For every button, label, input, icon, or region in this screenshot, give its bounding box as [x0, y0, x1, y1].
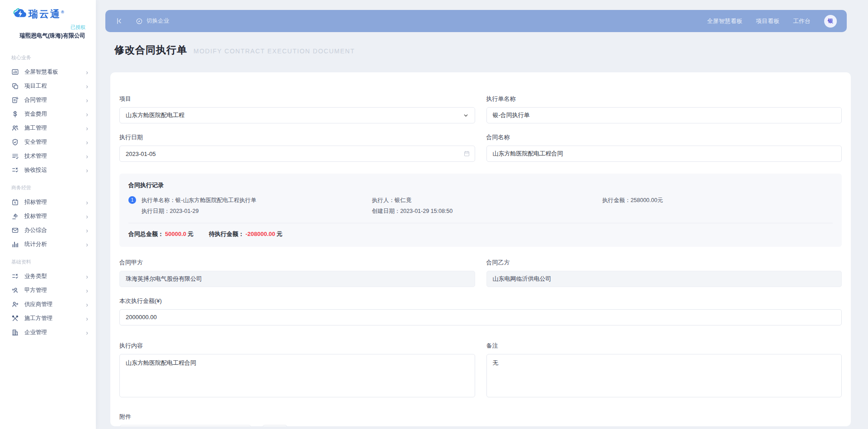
remark-label: 备注: [486, 342, 842, 350]
person-plus-icon: [11, 301, 19, 308]
exec-amount-label: 本次执行金额(¥): [119, 297, 842, 305]
sidebar-item-party-a[interactable]: 甲方管理›: [0, 283, 96, 297]
sidebar-item-contractors[interactable]: 施工方管理›: [0, 311, 96, 325]
money-icon: [11, 110, 19, 118]
sidebar-item-safety[interactable]: 安全管理›: [0, 135, 96, 149]
topbar: 切换企业 全屏智慧看板 项目看板 工作台 银: [105, 10, 847, 32]
sidebar-item-dashboard[interactable]: 全屏智慧看板›: [0, 65, 96, 79]
chevron-right-icon: ›: [86, 125, 88, 132]
sidebar-item-label: 统计分析: [24, 240, 86, 248]
topbar-link-dashboard[interactable]: 全屏智慧看板: [707, 17, 742, 25]
main-area: 切换企业 全屏智慧看板 项目看板 工作台 银 修改合同执行单 MODIFY CO…: [96, 0, 868, 429]
project-select[interactable]: 山东方舱医院配电工程: [119, 107, 475, 123]
topbar-link-project-board[interactable]: 项目看板: [756, 17, 779, 25]
topbar-link-workbench[interactable]: 工作台: [793, 17, 811, 25]
logo-area: 瑞云通® 已授权 瑞熙恩电气(珠海)有限公司: [0, 0, 96, 43]
building-icon: [11, 329, 19, 336]
exec-date-input[interactable]: [119, 146, 475, 162]
chevron-right-icon: ›: [86, 302, 88, 308]
project-label: 项目: [119, 95, 475, 103]
record-entry-col-name: 执行单名称：银-山东方舱医院配电工程执行单 执行日期：2023-01-29: [142, 195, 372, 217]
sidebar-item-tender[interactable]: 投标管理›: [0, 209, 96, 223]
sidebar-item-technology[interactable]: 技术管理›: [0, 149, 96, 163]
sidebar-item-label: 安全管理: [24, 138, 86, 146]
dashboard-icon: [11, 68, 19, 76]
sidebar-item-label: 招标管理: [24, 198, 86, 206]
sidebar-item-acceptance[interactable]: 验收投运›: [0, 163, 96, 177]
sidebar-item-projects[interactable]: 项目工程›: [0, 79, 96, 93]
exec-content-label: 执行内容: [119, 342, 475, 350]
sidebar-section-label: 商务经营: [0, 177, 96, 195]
chevron-right-icon: ›: [86, 111, 88, 118]
page-title: 修改合同执行单: [114, 43, 187, 57]
exec-amount-input[interactable]: [119, 309, 842, 325]
sidebar-item-enterprise[interactable]: 企业管理›: [0, 325, 96, 339]
chevron-right-icon: ›: [86, 227, 88, 234]
sidebar-item-construction[interactable]: 施工管理›: [0, 121, 96, 135]
list-lines-icon: [11, 152, 19, 160]
mail-icon: [11, 226, 19, 234]
exec-name-label: 执行单名称: [486, 95, 842, 103]
compass-icon: [136, 18, 143, 25]
chevron-right-icon: ›: [86, 167, 88, 174]
sidebar-item-label: 办公综合: [24, 226, 86, 234]
sidebar-item-bidding[interactable]: 招标管理›: [0, 195, 96, 209]
sidebar-item-contracts[interactable]: 合同管理›: [0, 93, 96, 107]
sidebar-item-label: 投标管理: [24, 212, 86, 220]
contract-name-input[interactable]: [486, 146, 842, 162]
created-value: 2023-01-29 15:08:50: [400, 208, 453, 214]
chevron-right-icon: ›: [86, 97, 88, 104]
collapse-sidebar-icon[interactable]: [115, 17, 123, 25]
sidebar-item-suppliers[interactable]: 供应商管理›: [0, 297, 96, 311]
entry-number-badge: 1: [128, 196, 136, 204]
sidebar-item-stats[interactable]: 统计分析›: [0, 237, 96, 251]
sidebar-item-label: 企业管理: [24, 329, 86, 336]
chevron-right-icon: ›: [86, 69, 88, 75]
authorized-badge: 已授权: [13, 24, 85, 31]
pending-amount-value: -208000.00: [245, 231, 275, 237]
upload-attachment-button[interactable]: +: [262, 425, 288, 427]
workers-icon: [11, 124, 19, 132]
sidebar-item-label: 业务类型: [24, 273, 86, 280]
exec-content-textarea[interactable]: [119, 354, 475, 397]
record-title: 合同执行记录: [128, 181, 833, 189]
crossed-tools-icon: [11, 315, 19, 322]
total-amount-label: 合同总金额：: [128, 231, 164, 237]
sidebar-section-label: 基础资料: [0, 251, 96, 269]
sidebar-item-business-type[interactable]: 业务类型›: [0, 269, 96, 283]
sidebar-item-label: 项目工程: [24, 82, 86, 90]
sidebar-item-office[interactable]: 办公综合›: [0, 223, 96, 237]
contract-edit-icon: [11, 96, 19, 104]
sidebar: 瑞云通® 已授权 瑞熙恩电气(珠海)有限公司 核心业务全屏智慧看板›项目工程›合…: [0, 0, 96, 429]
exec-name-input[interactable]: [486, 107, 842, 123]
switch-enterprise-button[interactable]: 切换企业: [136, 17, 169, 25]
attachment-file-card: DOCX 山东方舱医院配电工程合同相关资料.docx 下载附件 ×: [119, 425, 251, 427]
sidebar-item-funds[interactable]: 资金费用›: [0, 107, 96, 121]
remark-textarea[interactable]: [486, 354, 842, 397]
chevron-right-icon: ›: [86, 153, 88, 160]
sidebar-item-label: 技术管理: [24, 152, 86, 160]
form-card: 项目 山东方舱医院配电工程 执行单名称 执行日期: [110, 72, 851, 426]
sidebar-item-label: 合同管理: [24, 96, 86, 104]
sidebar-menu: 核心业务全屏智慧看板›项目工程›合同管理›资金费用›施工管理›安全管理›技术管理…: [0, 43, 96, 339]
record-entry: 1 执行单名称：银-山东方舱医院配电工程执行单 执行日期：2023-01-29 …: [128, 195, 833, 217]
exec-date-label: 执行日期: [119, 133, 475, 141]
brand-cloud-logo-icon: [13, 7, 26, 21]
user-avatar[interactable]: 银: [824, 15, 837, 28]
project-select-value: 山东方舱医院配电工程: [126, 111, 184, 119]
page-header: 修改合同执行单 MODIFY CONTRACT EXECUTION DOCUME…: [114, 43, 851, 57]
party-b-label: 合同乙方: [486, 259, 842, 267]
pending-amount-label: 待执行金额：: [209, 231, 244, 237]
page-content: 修改合同执行单 MODIFY CONTRACT EXECUTION DOCUME…: [96, 0, 868, 426]
chevron-right-icon: ›: [86, 316, 88, 322]
entry-name-value: 银-山东方舱医院配电工程执行单: [175, 197, 256, 203]
executor-label: 执行人：: [372, 197, 395, 203]
record-divider: [128, 223, 833, 223]
pending-amount-unit: 元: [277, 231, 283, 237]
shield-icon: [11, 138, 19, 146]
sidebar-item-label: 全屏智慧看板: [24, 68, 86, 76]
executor-value: 银仁竟: [395, 197, 412, 203]
chevron-right-icon: ›: [86, 213, 88, 220]
registered-mark: ®: [61, 10, 64, 14]
party-a-label: 合同甲方: [119, 259, 475, 267]
